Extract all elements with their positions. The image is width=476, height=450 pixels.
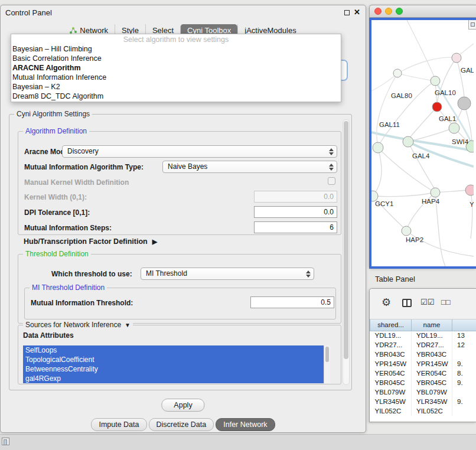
select-all-checkboxes-icon[interactable]: ☑☑ (420, 298, 434, 306)
hub-transcription-factor-section[interactable]: Hub/Transcription Factor Definition▶ (24, 237, 157, 246)
node-label-hap2: HAP2 (406, 236, 423, 243)
node-label-gal1: GAL1 (439, 115, 456, 122)
which-threshold-select[interactable]: MI Threshold (141, 268, 314, 280)
list-scrollbar[interactable] (324, 345, 330, 383)
network-node[interactable] (465, 185, 474, 195)
table-panel-window: ⚙ ☑☑ □□ shared...name YDL19...YDL19...13… (369, 288, 476, 422)
table-row[interactable]: YDL19...YDL19...13 (370, 331, 476, 340)
attribute-item-topologicalcoefficient[interactable]: TopologicalCoefficient (23, 355, 324, 364)
table-cell: 13 (452, 331, 476, 340)
network-edge[interactable] (397, 73, 431, 80)
dropdown-item-aracne-algorithm[interactable]: ARACNE Algorithm (11, 63, 341, 73)
attribute-item-betweennesscentrality[interactable]: BetweennessCentrality (23, 364, 324, 374)
table-row[interactable]: YBL079WYBL079W (370, 387, 476, 397)
chevron-right-icon: ▶ (152, 238, 157, 245)
scrollbar-thumb[interactable] (344, 121, 348, 359)
network-node[interactable] (403, 136, 413, 147)
close-traffic-light-icon[interactable] (374, 8, 382, 15)
mi-steps-label: Mutual Information Steps: (24, 224, 112, 232)
table-row[interactable]: YDR27...YDR27...12 (370, 340, 476, 350)
bottom-tabs: Impute DataDiscretize DataInfer Network (1, 418, 366, 431)
sources-title[interactable]: Sources for Network Inference▼ (23, 321, 133, 329)
network-edge[interactable] (407, 20, 435, 78)
network-node[interactable] (432, 102, 442, 112)
table-cell: YDR27... (370, 340, 412, 350)
mi-threshold-field[interactable]: 0.5 (250, 296, 334, 308)
network-window-titlebar[interactable] (369, 5, 476, 18)
gear-icon[interactable]: ⚙ (382, 296, 391, 308)
column-selector-icon[interactable] (402, 299, 412, 307)
minimize-traffic-light-icon[interactable] (385, 8, 392, 15)
table-cell: 8. (452, 369, 476, 378)
dropdown-item-mutual-information-inference[interactable]: Mutual Information Inference (11, 73, 341, 82)
kernel-width-field[interactable]: 0.0 (254, 191, 337, 203)
chevron-updown-icon (329, 164, 334, 171)
data-attributes-list[interactable]: SelfLoopsTopologicalCoefficientBetweenne… (23, 345, 330, 383)
dropdown-item-bayesian-k2[interactable]: Bayesian – K2 (11, 82, 341, 92)
network-edge[interactable] (374, 193, 431, 197)
table-cell: YLR345W (412, 397, 452, 406)
network-edge[interactable] (379, 81, 435, 144)
dpi-tolerance-field[interactable]: 0.0 (254, 206, 337, 218)
table-cell: YBR043C (370, 350, 412, 359)
restore-panel-icon[interactable] (2, 438, 9, 445)
table-row[interactable]: YBR045CYBR045C9. (370, 378, 476, 387)
node-label-hap4: HAP4 (422, 198, 440, 205)
network-node[interactable] (373, 142, 383, 153)
dropdown-item-bayesian-hill-climbing[interactable]: Bayesian – Hill Climbing (11, 44, 341, 54)
apply-button[interactable]: Apply (161, 399, 204, 412)
network-edge[interactable] (374, 148, 382, 194)
table-cell: YER054C (412, 369, 452, 378)
network-node[interactable] (393, 69, 402, 77)
chevron-down-icon: ▼ (125, 322, 131, 328)
network-node[interactable] (449, 123, 459, 133)
column-header[interactable] (452, 319, 476, 331)
network-node[interactable] (452, 53, 461, 63)
table-row[interactable]: YPR145WYPR145W9. (370, 359, 476, 369)
network-node[interactable] (431, 188, 440, 197)
chevron-updown-icon (306, 270, 311, 278)
network-node[interactable] (458, 97, 471, 110)
birds-eye-toggle-icon[interactable] (468, 20, 476, 30)
network-node[interactable] (402, 226, 411, 236)
table-cell (452, 350, 476, 359)
table-cell: 9. (452, 378, 476, 387)
network-edge[interactable] (413, 128, 454, 141)
attribute-item-gal4rgexp[interactable]: gal4RGexp (23, 374, 324, 383)
mi-steps-field[interactable]: 6 (254, 221, 337, 233)
dropdown-item-dream8-dc-tdc-algorithm[interactable]: Dream8 DC_TDC Algorithm (11, 92, 341, 101)
table-cell: YPR145W (370, 359, 412, 369)
deselect-all-checkboxes-icon[interactable]: □□ (441, 298, 451, 306)
table-row[interactable]: YBR043CYBR043C (370, 350, 476, 359)
bottom-tab-discretize-data[interactable]: Discretize Data (149, 418, 214, 431)
network-canvas[interactable]: GAL80GAL10GAL11GAL1SWI4GAL4GCY1HAP4HAP2G… (369, 18, 476, 269)
close-icon[interactable]: ✕ (354, 8, 360, 17)
column-header[interactable]: name (412, 319, 452, 331)
table-row[interactable]: YLR345WYLR345W9. (370, 397, 476, 406)
node-table: shared...name YDL19...YDL19...13YDR27...… (370, 319, 476, 422)
network-edge[interactable] (400, 57, 457, 72)
table-cell: YIL052C (412, 406, 452, 416)
table-cell: YBR045C (412, 378, 452, 387)
column-header[interactable]: shared... (370, 319, 412, 331)
settings-scrollbar[interactable] (343, 119, 350, 385)
node-label-gal: GAL (461, 67, 474, 74)
group-title: MI Threshold Definition (30, 283, 107, 292)
float-panel-icon[interactable] (344, 10, 350, 15)
aracne-mode-select[interactable]: Discovery (62, 145, 337, 158)
network-edge[interactable] (409, 107, 437, 138)
zoom-traffic-light-icon[interactable] (396, 8, 403, 15)
table-row[interactable]: YER054CYER054C8. (370, 369, 476, 378)
algorithm-dropdown-popup: Select algorithm to view settings Bayesi… (11, 34, 341, 102)
bottom-tab-impute-data[interactable]: Impute Data (91, 418, 146, 431)
manual-kernel-width-checkbox[interactable] (328, 177, 335, 185)
attribute-item-selfloops[interactable]: SelfLoops (23, 345, 324, 355)
dropdown-item-basic-correlation-inference[interactable]: Basic Correlation Inference (11, 54, 341, 63)
node-label-gal4: GAL4 (412, 152, 430, 159)
network-edge[interactable] (457, 58, 464, 97)
network-edge[interactable] (471, 190, 472, 239)
network-node[interactable] (431, 76, 440, 86)
mi-algorithm-type-select[interactable]: Naive Bayes (162, 161, 337, 173)
bottom-tab-infer-network[interactable]: Infer Network (216, 418, 275, 431)
table-row[interactable]: YIL052CYIL052C (370, 406, 476, 416)
